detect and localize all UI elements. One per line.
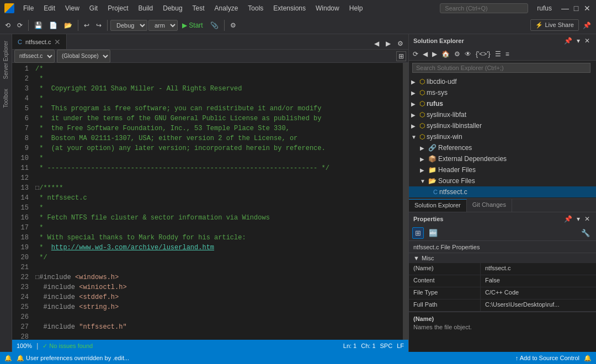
toolbar-sep-2 <box>78 20 78 31</box>
se-collapse-btn[interactable]: ▾ <box>575 36 582 45</box>
live-share-button[interactable]: ⚡ Live Share <box>530 19 579 31</box>
code-link[interactable]: http://www.wd-3.com/archive/luserland.ht… <box>51 244 214 251</box>
menu-tools[interactable]: Tools <box>243 3 268 13</box>
props-pin-btn[interactable]: 📌 <box>562 215 574 223</box>
server-explorer-tab[interactable]: Server Explorer <box>2 36 10 83</box>
props-wrench-btn[interactable]: 🔧 <box>578 227 593 239</box>
editor-scrollbar[interactable] <box>403 63 408 340</box>
toolbar-attach-btn[interactable]: 📎 <box>207 20 221 31</box>
menu-analyze[interactable]: Analyze <box>210 3 243 13</box>
menu-window[interactable]: Window <box>311 3 344 13</box>
se-tab-git[interactable]: Git Changes <box>467 199 512 212</box>
toolbox-tab[interactable]: Toolbox <box>2 84 10 112</box>
menu-debug[interactable]: Debug <box>158 3 187 13</box>
project-icon-libcdio: ⬡ <box>419 78 425 85</box>
toolbar-save-btn[interactable]: 💾 <box>31 20 45 31</box>
encoding-spc: SPC <box>380 342 393 349</box>
code-editor[interactable]: 12345 678910 1112131415 1617181920 21222… <box>12 63 408 340</box>
toolbar-pin-btn[interactable]: 📌 <box>580 20 594 31</box>
editor-area: C ntfssect.c ✕ ◀ ▶ ⚙ ntfssect.c (Global … <box>12 34 408 352</box>
tab-settings[interactable]: ⚙ <box>395 38 406 49</box>
props-categorized-btn[interactable]: ⊞ <box>412 227 424 239</box>
se-sync-btn[interactable]: ⟳ <box>411 50 420 58</box>
start-button[interactable]: ▶ Start <box>179 20 206 31</box>
tree-item-extdeps[interactable]: ▶ 📦 External Dependencies <box>409 153 596 164</box>
menu-edit[interactable]: Edit <box>39 3 60 13</box>
menu-project[interactable]: Project <box>103 3 132 13</box>
notification-bell-icon[interactable]: 🔔 <box>584 355 592 362</box>
code-line-1: /* <box>35 64 401 74</box>
toolbar-undo-btn[interactable]: ↩ <box>81 20 92 31</box>
tree-item-ntfssect[interactable]: C ntfssect.c <box>409 186 596 197</box>
global-search-input[interactable] <box>440 3 528 13</box>
tab-bar: C ntfssect.c ✕ ◀ ▶ ⚙ <box>12 34 408 50</box>
code-line-19: * http://www.wd-3.com/archive/luserland.… <box>35 243 401 253</box>
close-button[interactable]: ✕ <box>583 4 592 13</box>
props-alphabetical-btn[interactable]: 🔤 <box>426 227 440 239</box>
se-home-btn[interactable]: 🏠 <box>440 50 451 58</box>
tab-controls: ◀ ▶ ⚙ <box>369 38 408 49</box>
se-filter-btn[interactable]: ⚙ <box>453 50 462 58</box>
se-view-btn[interactable]: 👁 <box>463 50 473 58</box>
editor-split-btn[interactable]: ⊞ <box>396 51 406 61</box>
menu-view[interactable]: View <box>61 3 84 13</box>
tree-item-libinstaller[interactable]: ▶ ⬡ syslinux-libinstaller <box>409 120 596 131</box>
tree-item-libfat[interactable]: ▶ ⬡ syslinux-libfat <box>409 109 596 120</box>
toolbar-redo-btn[interactable]: ↪ <box>93 20 104 31</box>
minimize-button[interactable]: — <box>561 4 570 13</box>
code-line-28 <box>35 332 401 340</box>
debug-config-select[interactable]: Debug <box>110 20 147 31</box>
title-bar: File Edit View Git Project Build Debug T… <box>0 0 596 17</box>
menu-extensions[interactable]: Extensions <box>269 3 310 13</box>
code-line-12 <box>35 173 401 183</box>
file-scope-select[interactable]: ntfssect.c <box>14 50 55 63</box>
editor-tab-ntfssect[interactable]: C ntfssect.c ✕ <box>12 34 67 49</box>
props-close-btn[interactable]: ✕ <box>583 215 592 223</box>
tab-scroll-right[interactable]: ▶ <box>383 38 393 49</box>
symbol-scope-select[interactable]: (Global Scope) <box>57 50 110 63</box>
code-line-17: * <box>35 223 401 233</box>
se-pin-btn[interactable]: 📌 <box>562 36 574 45</box>
se-close-btn[interactable]: ✕ <box>583 36 592 45</box>
tree-item-libcdio[interactable]: ▶ ⬡ libcdio-udf <box>409 76 596 87</box>
props-section-minus: ▼ <box>413 255 419 261</box>
toolbar-sep-4 <box>224 20 225 31</box>
tab-label: ntfssect.c <box>25 39 51 45</box>
se-props-btn[interactable]: ☰ <box>493 50 503 58</box>
code-line-22: □#include <windows.h> <box>35 272 401 282</box>
toolbar-open-btn[interactable]: 📂 <box>61 20 75 31</box>
add-to-source-control[interactable]: ↑ Add to Source Control <box>515 355 579 361</box>
se-list-btn[interactable]: ≡ <box>504 50 511 58</box>
solution-search-input[interactable] <box>412 63 590 73</box>
se-source-btn[interactable]: {'<>'} <box>474 50 492 58</box>
code-line-16: * Fetch NTFS file cluster & sector infor… <box>35 213 401 223</box>
restore-button[interactable]: □ <box>572 4 581 13</box>
menu-test[interactable]: Test <box>188 3 209 13</box>
cursor-ln: Ln: 1 <box>343 342 356 349</box>
tree-item-references[interactable]: ▶ 🔗 References <box>409 142 596 153</box>
tree-item-rufus[interactable]: ▶ ⬡ rufus <box>409 98 596 109</box>
menu-file[interactable]: File <box>19 3 38 13</box>
se-forward-btn[interactable]: ▶ <box>430 50 439 58</box>
props-collapse-btn[interactable]: ▾ <box>575 215 582 223</box>
se-tab-solution[interactable]: Solution Explorer <box>409 199 467 212</box>
menu-build[interactable]: Build <box>134 3 158 13</box>
toolbar-back-btn[interactable]: ⟲ <box>2 20 13 31</box>
props-val-filetype: C/C++ Code <box>481 287 596 299</box>
toolbar-forward-btn[interactable]: ⟳ <box>14 20 25 31</box>
props-key-name: (Name) <box>409 263 481 275</box>
code-content[interactable]: /* * * Copyright 2011 Shao Miller - All … <box>33 63 403 340</box>
menu-help[interactable]: Help <box>345 3 368 13</box>
menu-git[interactable]: Git <box>85 3 102 13</box>
tree-item-headerfiles[interactable]: ▶ 📁 Header Files <box>409 164 596 175</box>
tree-item-sourcefiles[interactable]: ▼ 📂 Source Files <box>409 175 596 186</box>
tab-close-button[interactable]: ✕ <box>54 38 61 46</box>
se-back-btn[interactable]: ◀ <box>421 50 429 58</box>
file-icon-ntfssect: C <box>433 189 438 195</box>
tree-item-mssys[interactable]: ▶ ⬡ ms-sys <box>409 87 596 98</box>
toolbar-new-btn[interactable]: 📄 <box>46 20 60 31</box>
platform-select[interactable]: arm <box>148 20 178 31</box>
toolbar-misc-btn[interactable]: ⚙ <box>227 20 239 31</box>
tab-scroll-left[interactable]: ◀ <box>371 38 382 49</box>
tree-item-syslinuxwin[interactable]: ▼ ⬡ syslinux-win <box>409 131 596 142</box>
